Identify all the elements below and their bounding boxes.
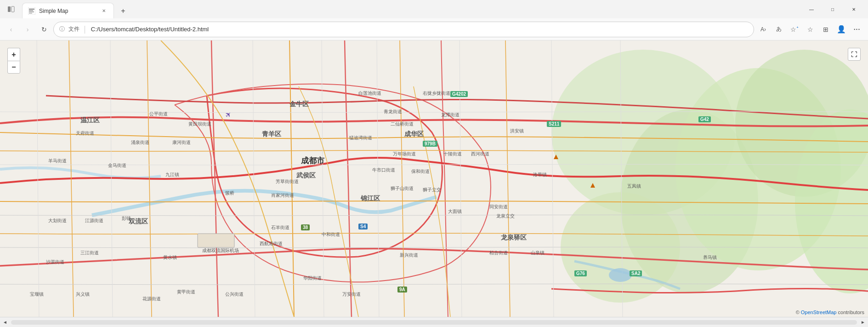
svg-rect-5	[29, 11, 34, 12]
collections-button[interactable]: ⊞	[818, 22, 833, 37]
window-controls: — □ ✕	[801, 2, 864, 17]
svg-rect-2	[28, 7, 35, 15]
map-container[interactable]: + − ✈ 温江区青羊区金牛区成华区成都市武侯区锦江区双流区龙泉驿区公平街道天府…	[0, 40, 868, 317]
url-text: C:/Users/tomcat/Desktop/test/Untitled-2.…	[91, 26, 748, 33]
svg-rect-3	[29, 9, 34, 10]
file-label: 文件	[68, 25, 79, 33]
active-tab[interactable]: Simple Map ✕	[22, 3, 114, 18]
osm-attribution: © OpenStreetMap © OpenStreetMap contribu…	[796, 310, 864, 315]
maximize-button[interactable]: □	[822, 2, 843, 17]
tab-title: Simple Map	[39, 8, 96, 14]
map-zoom-controls: + −	[7, 48, 20, 74]
svg-rect-0	[8, 6, 11, 12]
minimize-button[interactable]: —	[801, 2, 822, 17]
immersive-reader-button[interactable]: あ	[772, 22, 786, 37]
tab-favicon	[28, 7, 35, 15]
favorites-button[interactable]: ☆	[803, 22, 817, 37]
navigation-bar: ‹ › ↻ ⓘ 文件 │ C:/Users/tomcat/Desktop/tes…	[0, 18, 868, 40]
back-button[interactable]: ‹	[4, 22, 18, 37]
more-options-button[interactable]: ···	[850, 22, 864, 37]
tab-area: Simple Map ✕ +	[22, 0, 799, 18]
title-bar: Simple Map ✕ + — □ ✕	[0, 0, 868, 18]
sidebar-toggle-button[interactable]	[4, 2, 18, 17]
nav-right-controls: A› あ ☆ + ☆ ⊞ 👤 ···	[756, 22, 864, 37]
tab-close-button[interactable]: ✕	[100, 7, 108, 15]
profile-button[interactable]: 👤	[834, 22, 849, 37]
refresh-button[interactable]: ↻	[37, 22, 51, 37]
separator: │	[83, 26, 87, 33]
osm-link[interactable]: OpenStreetMap	[801, 310, 837, 315]
new-tab-button[interactable]: +	[116, 4, 130, 18]
svg-rect-1	[11, 6, 14, 12]
scroll-right-button[interactable]: ►	[859, 318, 867, 327]
favorites-add-button[interactable]: ☆ +	[787, 22, 802, 37]
svg-rect-4	[29, 10, 33, 11]
svg-rect-6	[29, 13, 32, 14]
forward-button[interactable]: ›	[20, 22, 35, 37]
zoom-out-button[interactable]: −	[7, 61, 20, 74]
svg-rect-14	[198, 234, 234, 247]
fullscreen-button[interactable]	[848, 48, 861, 61]
address-bar[interactable]: ⓘ 文件 │ C:/Users/tomcat/Desktop/test/Unti…	[53, 22, 754, 37]
svg-point-15	[609, 268, 632, 282]
close-button[interactable]: ✕	[843, 2, 864, 17]
read-aloud-button[interactable]: A›	[756, 22, 771, 37]
horizontal-scrollbar: ◄ ►	[0, 317, 868, 327]
zoom-in-button[interactable]: +	[7, 48, 20, 61]
scroll-left-button[interactable]: ◄	[1, 318, 9, 327]
info-icon: ⓘ	[59, 25, 65, 33]
scroll-track[interactable]	[11, 320, 857, 325]
svg-point-13	[561, 192, 680, 303]
